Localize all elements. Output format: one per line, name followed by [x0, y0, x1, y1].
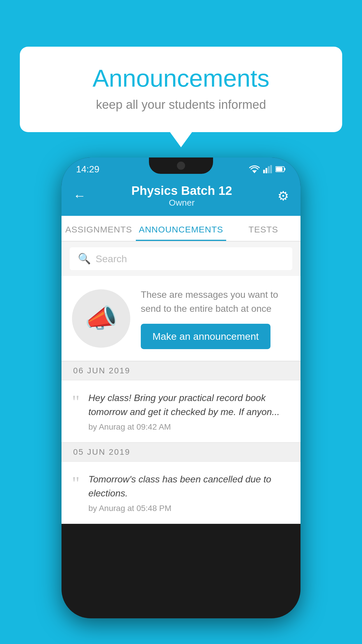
svg-rect-4 — [270, 165, 272, 173]
signal-icon — [263, 165, 272, 173]
quote-icon-1: " — [72, 393, 80, 411]
announcement-content-1: Hey class! Bring your practical record b… — [88, 391, 290, 432]
tabs-bar: ASSIGNMENTS ANNOUNCEMENTS TESTS — [61, 216, 301, 242]
status-time: 14:29 — [76, 164, 99, 175]
tab-announcements[interactable]: ANNOUNCEMENTS — [136, 216, 226, 241]
header-title: Physics Batch 12 — [131, 184, 232, 198]
phone-notch — [149, 158, 213, 174]
phone-screen-content: 🔍 Search 📣 These are messages you want t… — [61, 242, 301, 524]
announcement-text-1: Hey class! Bring your practical record b… — [88, 391, 290, 419]
svg-rect-1 — [263, 170, 265, 173]
svg-rect-6 — [284, 168, 285, 170]
quote-icon-2: " — [72, 474, 80, 493]
header-subtitle: Owner — [131, 198, 232, 208]
status-icons — [249, 165, 286, 173]
wifi-icon — [249, 165, 260, 173]
megaphone-circle: 📣 — [72, 289, 130, 348]
announcement-item-1[interactable]: " Hey class! Bring your practical record… — [61, 380, 301, 442]
phone-wrapper: 14:29 — [61, 158, 301, 618]
promo-right: These are messages you want to send to t… — [141, 288, 290, 349]
svg-marker-0 — [252, 170, 257, 173]
announcement-meta-2: by Anurag at 05:48 PM — [88, 504, 290, 513]
header-center: Physics Batch 12 Owner — [131, 184, 232, 208]
announcement-content-2: Tomorrow's class has been cancelled due … — [88, 472, 290, 513]
settings-icon[interactable]: ⚙ — [277, 188, 289, 203]
promo-description: These are messages you want to send to t… — [141, 288, 290, 316]
make-announcement-button[interactable]: Make an announcement — [141, 324, 270, 349]
search-icon: 🔍 — [78, 253, 91, 265]
date-separator-1: 06 JUN 2019 — [61, 361, 301, 380]
speech-bubble-subtitle: keep all your students informed — [43, 98, 319, 112]
tab-assignments[interactable]: ASSIGNMENTS — [61, 216, 136, 241]
promo-section: 📣 These are messages you want to send to… — [61, 276, 301, 361]
battery-icon — [275, 166, 286, 172]
date-separator-2: 05 JUN 2019 — [61, 442, 301, 462]
announcement-meta-1: by Anurag at 09:42 AM — [88, 422, 290, 432]
app-header: ← Physics Batch 12 Owner ⚙ — [61, 178, 301, 216]
svg-rect-2 — [266, 168, 267, 173]
back-button[interactable]: ← — [73, 188, 86, 203]
announcement-text-2: Tomorrow's class has been cancelled due … — [88, 472, 290, 500]
phone-screen: 14:29 — [61, 158, 301, 618]
svg-rect-7 — [276, 167, 282, 171]
speech-bubble-container: Announcements keep all your students inf… — [20, 47, 342, 132]
phone-camera — [177, 162, 185, 170]
search-placeholder: Search — [96, 253, 127, 265]
svg-rect-3 — [268, 166, 270, 173]
tab-tests[interactable]: TESTS — [226, 216, 301, 241]
search-bar-wrapper: 🔍 Search — [61, 242, 301, 276]
phone-device: 14:29 — [61, 158, 301, 618]
search-bar[interactable]: 🔍 Search — [70, 247, 292, 270]
speech-bubble-title: Announcements — [43, 64, 319, 92]
megaphone-icon: 📣 — [85, 303, 117, 334]
announcement-item-2[interactable]: " Tomorrow's class has been cancelled du… — [61, 462, 301, 524]
speech-bubble: Announcements keep all your students inf… — [20, 47, 342, 132]
